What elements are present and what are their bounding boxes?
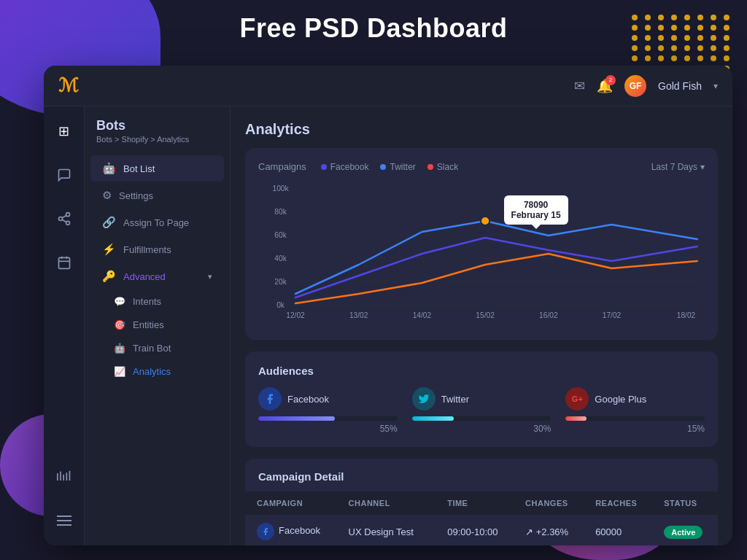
audience-google-header: G+ Google Plus bbox=[565, 387, 705, 411]
col-status: STATUS bbox=[652, 491, 718, 515]
audience-google-track bbox=[565, 416, 705, 421]
bell-icon[interactable]: 🔔 2 bbox=[597, 78, 613, 94]
mail-icon[interactable]: ✉ bbox=[574, 78, 585, 94]
bot-list-icon: 🤖 bbox=[102, 162, 116, 175]
sidebar-item-advanced[interactable]: 🔑 Advanced ▾ bbox=[90, 263, 224, 289]
sidebar-icon-chat[interactable] bbox=[51, 162, 77, 188]
legend-slack: Slack bbox=[427, 162, 458, 172]
page-title: Free PSD Dashboard bbox=[0, 13, 747, 44]
svg-text:60k: 60k bbox=[274, 231, 287, 239]
audience-google-pct: 15% bbox=[565, 424, 705, 434]
sidebar-label-intents: Intents bbox=[133, 296, 161, 307]
sidebar-icon-signal[interactable] bbox=[51, 464, 77, 490]
nav-header-title: Bots bbox=[96, 118, 218, 133]
sidebar-item-assign[interactable]: 🔗 Assign To Page bbox=[90, 209, 224, 236]
svg-line-4 bbox=[62, 215, 66, 217]
col-campaign: CAMPAIGN bbox=[245, 491, 337, 515]
legend-label-facebook: Facebook bbox=[330, 162, 369, 172]
sidebar-icon-calendar[interactable] bbox=[51, 249, 77, 276]
navbar: ℳ ✉ 🔔 2 GF Gold Fish ▾ bbox=[44, 66, 732, 106]
nav-sidebar: Bots Bots > Shopify > Analytics 🤖 Bot Li… bbox=[85, 106, 231, 545]
svg-rect-5 bbox=[58, 257, 69, 268]
sidebar-label-settings: Settings bbox=[119, 190, 212, 201]
audience-twitter-header: Twitter bbox=[412, 387, 551, 411]
svg-text:13/02: 13/02 bbox=[349, 311, 368, 319]
svg-point-29 bbox=[481, 217, 489, 225]
navbar-right: ✉ 🔔 2 GF Gold Fish ▾ bbox=[574, 75, 718, 97]
nav-header: Bots Bots > Shopify > Analytics bbox=[85, 118, 230, 149]
sidebar-item-intents[interactable]: 💬 Intents bbox=[90, 290, 224, 313]
sidebar-item-label: Bot List bbox=[123, 163, 212, 174]
audience-facebook-track bbox=[258, 416, 398, 421]
fulfillments-icon: ⚡ bbox=[102, 243, 116, 256]
audiences-title: Audiences bbox=[258, 365, 705, 377]
sidebar-label-advanced: Advanced bbox=[123, 271, 201, 282]
svg-text:12/02: 12/02 bbox=[286, 311, 305, 319]
intents-icon: 💬 bbox=[114, 296, 125, 307]
row-change: ↗ +2.36% bbox=[514, 515, 584, 545]
row-channel: UX Design Test bbox=[337, 515, 436, 545]
svg-line-3 bbox=[62, 219, 66, 222]
svg-point-0 bbox=[66, 213, 69, 217]
legend-dot-twitter bbox=[380, 164, 386, 170]
sidebar-item-bot-list[interactable]: 🤖 Bot List bbox=[90, 155, 224, 182]
audience-facebook-bar bbox=[258, 416, 335, 421]
svg-text:16/02: 16/02 bbox=[539, 311, 558, 319]
audiences-card: Audiences Facebook 55% bbox=[245, 351, 718, 447]
legend-facebook: Facebook bbox=[321, 162, 369, 172]
svg-text:17/02: 17/02 bbox=[603, 311, 622, 319]
table-row: Facebook UX Design Test 09:00-10:00 ↗ +2… bbox=[245, 515, 718, 545]
svg-point-1 bbox=[58, 217, 62, 221]
chart-range-chevron: ▾ bbox=[700, 162, 705, 172]
audience-facebook: Facebook 55% bbox=[258, 387, 398, 434]
sidebar-label-train-bot: Train Bot bbox=[133, 343, 171, 354]
chart-area: 78090 February 15 100k 80k 60k 40k 20k 0… bbox=[258, 181, 705, 327]
campaign-table: CAMPAIGN CHANNEL TIME CHANGES REACHES ST… bbox=[245, 491, 718, 545]
logo: ℳ bbox=[58, 74, 79, 97]
sidebar-item-settings[interactable]: ⚙ Settings bbox=[90, 182, 224, 209]
settings-icon: ⚙ bbox=[102, 189, 112, 202]
svg-text:0k: 0k bbox=[276, 301, 285, 309]
svg-point-2 bbox=[66, 221, 69, 225]
nav-breadcrumb: Bots > Shopify > Analytics bbox=[96, 135, 218, 144]
campaign-detail-title: Campaign Detail bbox=[245, 459, 718, 491]
sidebar-icon-share[interactable] bbox=[51, 206, 77, 232]
sidebar-label-fulfillments: Fulfillments bbox=[123, 244, 212, 255]
app-body: ⊞ bbox=[44, 106, 732, 545]
audience-google-bar bbox=[565, 416, 587, 421]
svg-text:40k: 40k bbox=[274, 254, 287, 262]
row-campaign-icon bbox=[257, 523, 274, 540]
svg-text:100k: 100k bbox=[273, 184, 290, 192]
avatar[interactable]: GF bbox=[624, 75, 646, 97]
campaign-detail-card: Campaign Detail CAMPAIGN CHANNEL TIME CH… bbox=[245, 459, 718, 545]
entities-icon: 🎯 bbox=[114, 319, 125, 330]
notification-badge: 2 bbox=[605, 75, 616, 85]
sidebar-icon-menu[interactable] bbox=[51, 508, 77, 534]
audience-twitter: Twitter 30% bbox=[412, 387, 551, 434]
legend-label-twitter: Twitter bbox=[390, 162, 415, 172]
sidebar-item-train-bot[interactable]: 🤖 Train Bot bbox=[90, 337, 224, 359]
legend-twitter: Twitter bbox=[380, 162, 415, 172]
audience-twitter-bar bbox=[412, 416, 454, 421]
sidebar-item-fulfillments[interactable]: ⚡ Fulfillments bbox=[90, 236, 224, 262]
chart-range-selector[interactable]: Last 7 Days ▾ bbox=[651, 162, 705, 172]
svg-text:15/02: 15/02 bbox=[476, 311, 495, 319]
status-badge: Active bbox=[664, 526, 703, 539]
audience-twitter-pct: 30% bbox=[412, 424, 551, 434]
svg-text:80k: 80k bbox=[274, 208, 287, 216]
chart-range-label: Last 7 Days bbox=[651, 162, 697, 172]
legend-dot-facebook bbox=[321, 164, 327, 170]
chart-svg: 100k 80k 60k 40k 20k 0k bbox=[258, 181, 705, 327]
audience-twitter-icon bbox=[412, 387, 436, 411]
sidebar-icon-grid[interactable]: ⊞ bbox=[51, 118, 77, 144]
legend-dot-slack bbox=[427, 164, 433, 170]
sidebar-item-analytics[interactable]: 📈 Analytics bbox=[90, 360, 224, 383]
analytics-section-title: Analytics bbox=[245, 121, 718, 138]
analytics-icon: 📈 bbox=[114, 366, 125, 377]
col-time: TIME bbox=[436, 491, 514, 515]
user-menu-chevron[interactable]: ▾ bbox=[713, 81, 718, 91]
google-plus-text: G+ bbox=[572, 394, 583, 403]
col-reaches: REACHES bbox=[584, 491, 652, 515]
audience-google-icon: G+ bbox=[565, 387, 589, 411]
sidebar-item-entities[interactable]: 🎯 Entities bbox=[90, 314, 224, 336]
